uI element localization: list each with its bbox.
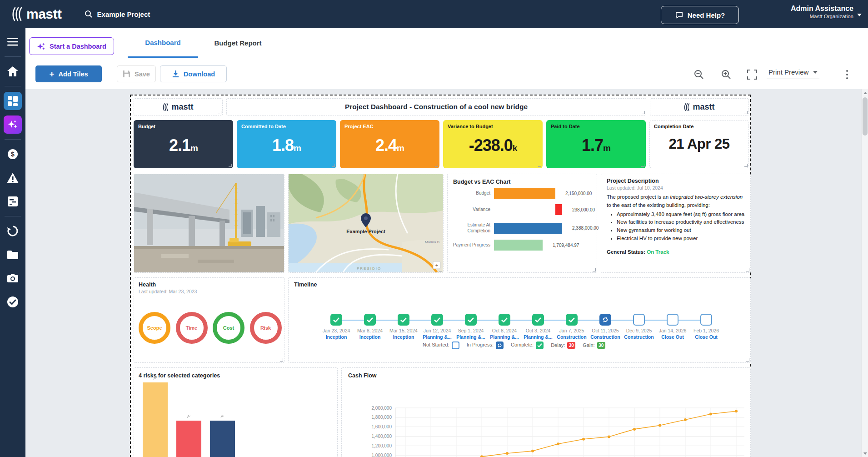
brand-wordmark: mastt — [26, 6, 62, 22]
kpi-label: Project EAC — [344, 124, 435, 129]
dashboards-icon[interactable] — [4, 92, 22, 110]
report-icon[interactable] — [4, 192, 22, 211]
check-icon — [532, 314, 544, 326]
approvals-check-icon[interactable] — [4, 293, 22, 311]
empty-box-icon — [633, 314, 645, 326]
svg-text:2,000,000: 2,000,000 — [372, 406, 392, 411]
risk-bar-3[interactable] — [210, 421, 235, 457]
svg-text:1,600,000: 1,600,000 — [372, 424, 392, 429]
bar-1[interactable] — [555, 204, 562, 215]
scrollbar-thumb[interactable] — [863, 97, 868, 136]
files-folder-icon[interactable] — [4, 246, 22, 264]
budget-vs-eac-tile[interactable]: Budget vs EAC Chart Budget2,150,000.00Va… — [447, 174, 597, 273]
cash-flow-tile[interactable]: Cash Flow 2,000,0001,800,0001,600,0001,4… — [341, 367, 751, 457]
kpi-value: 21 Apr 25 — [650, 136, 748, 152]
milestone-phase: Close Out — [686, 334, 727, 340]
health-ring-risk[interactable]: Risk — [250, 312, 282, 344]
left-sidebar: $ — [0, 28, 25, 457]
user-menu[interactable]: Admin Assistance Mastt Organization — [758, 5, 853, 19]
plus-icon: + — [49, 69, 54, 79]
kpi-tile-committed-to-date[interactable]: Committed to Date1.8m — [237, 120, 336, 168]
ai-assist-icon[interactable] — [4, 116, 22, 134]
kpi-unit: k — [513, 143, 517, 153]
risk-bar-1[interactable] — [143, 382, 168, 457]
dashboard-title-tile[interactable]: Project Dashboard - Construction of a co… — [226, 98, 646, 116]
bar-label: Budget — [452, 191, 494, 196]
vertical-scrollbar[interactable] — [861, 89, 868, 457]
legend-in-progress: In Progress: — [467, 341, 504, 349]
kpi-tile-variance-to-budget[interactable]: Variance to Budget-238.0k — [443, 120, 543, 168]
project-description-tile[interactable]: Project Description Last updated: Jul 10… — [601, 174, 751, 273]
start-a-dashboard-button[interactable]: Start a Dashboard — [29, 37, 114, 55]
risk-warning-icon[interactable] — [4, 169, 22, 187]
zoom-out-icon[interactable] — [693, 68, 705, 81]
bar-3[interactable] — [494, 240, 543, 251]
bar-2[interactable] — [494, 223, 562, 234]
sidebar-divider — [5, 216, 21, 216]
timeline-title: Timeline — [294, 281, 750, 288]
tab-dashboard[interactable]: Dashboard — [128, 28, 198, 58]
zoom-in-icon[interactable] — [720, 68, 733, 81]
health-ring-time[interactable]: Time — [176, 312, 208, 344]
scroll-down-arrow[interactable] — [862, 450, 868, 457]
svg-text:PRESIDIO: PRESIDIO — [357, 266, 381, 271]
search-icon — [85, 10, 93, 18]
health-ring-scope[interactable]: Scope — [139, 312, 170, 344]
health-ring-cost[interactable]: Cost — [213, 312, 244, 344]
empty-box-icon — [667, 314, 678, 326]
project-map-tile[interactable]: Example Project Marina B... PRESIDIO + — [288, 174, 444, 273]
risks-chart-tile[interactable]: 4 risks for selected categories — [134, 367, 338, 457]
add-tiles-button[interactable]: + Add Tiles — [35, 65, 102, 82]
kpi-tile-paid-to-date[interactable]: Paid to Date1.7m — [546, 120, 646, 168]
download-button[interactable]: Download — [160, 65, 227, 82]
menu-icon[interactable] — [4, 33, 22, 51]
kpi-label: Completion Date — [654, 124, 744, 129]
dashboard-scroll-area[interactable]: mastt Project Dashboard - Construction o… — [25, 89, 868, 457]
health-tile[interactable]: Health Last updated: Mar 23, 2023 ScopeT… — [134, 277, 284, 363]
kpi-unit: m — [294, 143, 301, 153]
risk-bar-2[interactable] — [176, 421, 201, 457]
tab-budget-report[interactable]: Budget Report — [205, 28, 271, 58]
kpi-tile-completion-date[interactable]: Completion Date21 Apr 25 — [649, 120, 749, 168]
chevron-down-icon — [813, 71, 818, 74]
header-logo-tile[interactable]: mastt — [650, 98, 749, 116]
timeline-legend: Not Started: In Progress: Complete: Dela… — [423, 341, 605, 349]
bar-value: 1,709,484.97 — [553, 243, 579, 248]
kpi-tile-project-eac[interactable]: Project EAC2.4m — [340, 120, 439, 168]
project-search[interactable]: Example Project — [85, 10, 150, 18]
photos-camera-icon[interactable] — [4, 269, 22, 287]
legend-gain: Gain:30 — [583, 342, 605, 349]
description-bullet: Approximately 3,480 square feet (sq ft) … — [617, 211, 745, 219]
timeline-tile[interactable]: Timeline Project CommencementJan 23, 202… — [288, 277, 751, 363]
header-logo-tile[interactable]: mastt — [134, 98, 223, 116]
save-button[interactable]: Save — [117, 65, 156, 82]
check-icon — [465, 314, 477, 326]
top-nav: mastt Example Project Need Help? Admin A… — [0, 0, 868, 28]
dashboard-canvas[interactable]: mastt Project Dashboard - Construction o… — [130, 95, 751, 457]
bar-value: 2,388,000.00 — [572, 226, 599, 231]
user-name: Admin Assistance — [758, 5, 853, 13]
home-icon[interactable] — [4, 62, 22, 80]
need-help-button[interactable]: Need Help? — [661, 6, 739, 24]
svg-text:1,800,000: 1,800,000 — [372, 415, 392, 420]
more-options-kebab-icon[interactable] — [843, 67, 852, 82]
mastt-logo[interactable]: mastt — [12, 6, 62, 22]
bar-label: Estimate At Completion — [452, 222, 494, 234]
sparkle-icon — [37, 42, 46, 51]
scroll-up-arrow[interactable] — [862, 89, 868, 96]
print-preview-dropdown[interactable]: Print Preview — [767, 68, 819, 79]
bar-0[interactable] — [494, 188, 555, 199]
kpi-unit: m — [190, 143, 198, 153]
fullscreen-icon[interactable] — [746, 68, 758, 81]
description-bullet: New gymnasium for working out — [617, 226, 745, 235]
user-menu-chevron-down-icon[interactable] — [857, 14, 862, 16]
risks-title: 4 risks for selected categories — [139, 372, 337, 379]
chat-bubble-icon — [675, 11, 683, 20]
kpi-tile-budget[interactable]: Budget2.1m — [134, 120, 233, 168]
history-icon[interactable] — [4, 222, 22, 240]
kpi-label: Budget — [138, 124, 229, 129]
kpi-label: Variance to Budget — [448, 124, 538, 129]
project-photo-tile[interactable] — [134, 174, 284, 273]
kpi-value: 2.1m — [134, 136, 233, 155]
cost-icon[interactable]: $ — [4, 145, 22, 163]
